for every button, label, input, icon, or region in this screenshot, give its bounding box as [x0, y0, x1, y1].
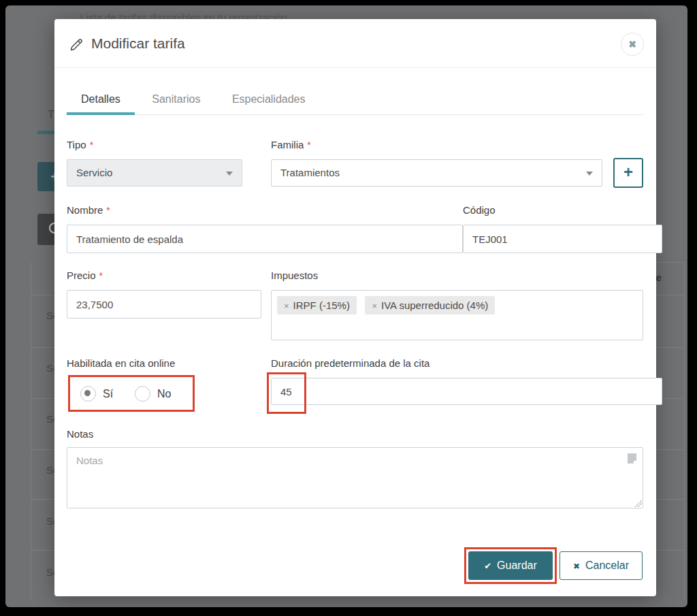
- precio-input[interactable]: [67, 290, 261, 319]
- dialog-title: Modificar tarifa: [91, 35, 185, 52]
- required-asterisk: *: [90, 140, 93, 150]
- required-asterisk: *: [106, 205, 110, 216]
- backdrop-tab-underline: [37, 131, 56, 134]
- notas-label: Notas: [67, 428, 93, 440]
- tax-tag: ×IRPF (-15%): [277, 296, 357, 314]
- dialog-tabs: Detalles Sanitarios Especialidades: [67, 86, 644, 115]
- cancel-button[interactable]: ✖Cancelar: [560, 551, 643, 580]
- remove-tag-icon[interactable]: ×: [372, 301, 377, 311]
- row-divider: [656, 347, 685, 348]
- cita-online-highlight-box: Sí No: [68, 375, 195, 412]
- impuestos-tag-input[interactable]: ×IRPF (-15%) ×IVA superreducido (4%): [271, 290, 643, 340]
- radio-unselected-icon[interactable]: [135, 386, 150, 402]
- nombre-label: Nombre*: [67, 204, 110, 216]
- row-divider: [656, 449, 685, 450]
- backdrop-table-top-border: [656, 262, 685, 263]
- close-icon[interactable]: ✖: [621, 33, 644, 56]
- save-highlight-box: ✔Guardar: [464, 547, 557, 584]
- cita-online-label: Habilitada en cita online: [67, 357, 175, 369]
- radio-si[interactable]: Sí: [80, 386, 113, 402]
- row-divider: [31, 499, 56, 500]
- header-divider: [54, 67, 656, 68]
- tipo-select[interactable]: Servicio: [67, 159, 242, 187]
- x-icon: ✖: [573, 562, 580, 571]
- radio-selected-icon[interactable]: [80, 386, 96, 402]
- pencil-icon: [68, 37, 84, 56]
- duracion-input[interactable]: [271, 378, 662, 405]
- backdrop-table-right-border: [684, 262, 685, 600]
- row-divider: [31, 295, 56, 295]
- familia-label: Familia*: [271, 139, 311, 150]
- duracion-highlight-box: [267, 372, 306, 414]
- codigo-label: Código: [463, 204, 496, 216]
- tab-especialidades[interactable]: Especialidades: [218, 86, 320, 115]
- duracion-label: Duración predeterminada de la cita: [271, 357, 429, 369]
- chevron-down-icon: [586, 172, 593, 176]
- row-divider: [31, 550, 56, 551]
- chevron-down-icon: [226, 172, 233, 176]
- tab-sanitarios[interactable]: Sanitarios: [137, 86, 214, 115]
- modify-tariff-dialog: Modificar tarifa ✖ Detalles Sanitarios E…: [54, 19, 656, 596]
- row-divider: [656, 499, 685, 500]
- note-icon: [628, 453, 636, 464]
- tax-tag: ×IVA superreducido (4%): [365, 296, 495, 314]
- row-divider: [656, 550, 685, 551]
- tab-detalles[interactable]: Detalles: [67, 86, 135, 115]
- row-divider: [31, 347, 56, 348]
- check-icon: ✔: [484, 561, 491, 571]
- required-asterisk: *: [307, 140, 310, 150]
- impuestos-label: Impuestos: [271, 270, 318, 281]
- precio-label: Precio*: [67, 270, 103, 281]
- nombre-input[interactable]: [67, 225, 463, 253]
- notas-textarea[interactable]: [67, 447, 643, 508]
- row-divider: [656, 295, 685, 295]
- tipo-label: Tipo*: [67, 139, 93, 150]
- required-asterisk: *: [99, 270, 103, 281]
- row-divider: [31, 449, 56, 450]
- add-familia-button[interactable]: +: [613, 158, 643, 188]
- resize-grip-icon[interactable]: [635, 500, 642, 507]
- backdrop-add-button-fragment: +: [37, 162, 56, 191]
- backdrop-search-button-fragment: [37, 214, 56, 245]
- row-divider: [31, 398, 56, 399]
- codigo-input[interactable]: [463, 225, 662, 253]
- radio-no[interactable]: No: [135, 386, 171, 402]
- backdrop-table-left-border: [31, 262, 31, 600]
- save-button[interactable]: ✔Guardar: [468, 551, 553, 580]
- familia-select[interactable]: Tratamientos: [271, 159, 602, 187]
- remove-tag-icon[interactable]: ×: [284, 301, 289, 311]
